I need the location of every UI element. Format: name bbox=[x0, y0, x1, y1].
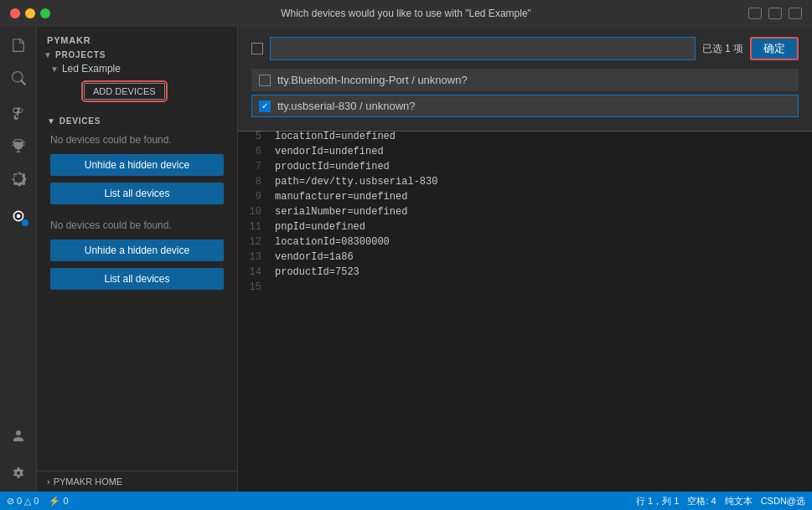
pymakr-home[interactable]: › PYMAKR HOME bbox=[37, 471, 237, 492]
svg-point-1 bbox=[16, 214, 20, 219]
chevron-right-icon: › bbox=[47, 477, 50, 487]
sidebar-toggle-icon[interactable] bbox=[748, 8, 762, 19]
extensions-icon[interactable] bbox=[7, 167, 30, 191]
line-num-14: 14 bbox=[245, 265, 261, 280]
select-all-checkbox[interactable] bbox=[251, 43, 263, 54]
code-content: pnpId=undefinedlocationId=undefinedvendo… bbox=[268, 111, 812, 492]
line-num-8: 8 bbox=[245, 174, 261, 189]
list-devices-button-2[interactable]: List all devices bbox=[50, 268, 224, 290]
line-num-6: 6 bbox=[245, 144, 261, 159]
pymakr-icon[interactable] bbox=[7, 204, 30, 228]
device-option-1[interactable]: ✓tty.usbserial-830 / unknown? bbox=[251, 95, 799, 117]
no-devices-text-1: No devices could be found. bbox=[37, 129, 237, 151]
panel-toggle-icon[interactable] bbox=[768, 8, 782, 19]
close-dot[interactable] bbox=[10, 8, 20, 18]
code-line-10: manufacturer=undefined bbox=[275, 189, 805, 204]
line-num-11: 11 bbox=[245, 219, 261, 234]
device-option-0[interactable]: tty.Bluetooth-Incoming-Port / unknown? bbox=[251, 69, 799, 91]
devices-label: DEVICES bbox=[59, 116, 101, 126]
search-icon[interactable] bbox=[7, 67, 30, 90]
code-line-11: serialNumber=undefined bbox=[275, 204, 805, 219]
device-label-1: tty.usbserial-830 / unknown? bbox=[277, 100, 416, 112]
projects-label: PROJECTS bbox=[55, 50, 230, 59]
maximize-dot[interactable] bbox=[40, 8, 50, 18]
add-devices-button[interactable]: ADD DEVICES bbox=[84, 83, 165, 100]
project-item[interactable]: ▼ Led Example bbox=[37, 61, 237, 76]
line-num-12: 12 bbox=[245, 234, 261, 250]
selected-count-label: 已选 1 项 bbox=[702, 42, 743, 56]
code-line-13: locationId=08300000 bbox=[275, 234, 805, 250]
list-devices-button-1[interactable]: List all devices bbox=[50, 183, 224, 204]
line-num-7: 7 bbox=[245, 159, 261, 174]
error-count: ⊘ 0 △ 0 bbox=[7, 496, 39, 507]
window-title: Which devices would you like to use with… bbox=[281, 8, 531, 19]
code-line-15: productId=7523 bbox=[275, 265, 805, 280]
minimize-dot[interactable] bbox=[25, 8, 35, 18]
device-checkbox-1[interactable]: ✓ bbox=[259, 100, 271, 112]
device-label-0: tty.Bluetooth-Incoming-Port / unknown? bbox=[277, 74, 468, 86]
settings-icon[interactable] bbox=[7, 461, 30, 485]
projects-header: ▼ PROJECTS bbox=[37, 49, 237, 61]
devices-header: ▼ DEVICES bbox=[37, 113, 237, 129]
devices-arrow: ▼ bbox=[47, 116, 56, 126]
indentation: 空格: 4 bbox=[687, 495, 716, 507]
code-line-12: pnpId=undefined bbox=[275, 219, 805, 234]
device-select-dialog: 已选 1 项 确定 tty.Bluetooth-Incoming-Port / … bbox=[238, 27, 812, 131]
layout-icon[interactable] bbox=[789, 8, 802, 19]
pymakr-label: PYMAKR bbox=[37, 27, 237, 49]
code-line-6: vendorId=undefined bbox=[275, 144, 805, 159]
code-line-14: vendorId=1a86 bbox=[275, 250, 805, 265]
activity-bar bbox=[0, 27, 37, 492]
line-num-10: 10 bbox=[245, 204, 261, 219]
warning-count: ⚡ 0 bbox=[49, 496, 68, 507]
encoding: 纯文本 bbox=[725, 495, 753, 507]
project-arrow: ▼ bbox=[50, 64, 59, 74]
confirm-button[interactable]: 确定 bbox=[750, 37, 799, 60]
pymakr-home-label: PYMAKR HOME bbox=[54, 477, 123, 487]
csdn-label: CSDN@选 bbox=[761, 495, 805, 507]
sidebar: PYMAKR ▼ PROJECTS ▼ Led Example ADD DEVI… bbox=[37, 27, 238, 492]
device-search-input[interactable] bbox=[270, 37, 696, 60]
main-content: 已选 1 项 确定 tty.Bluetooth-Incoming-Port / … bbox=[238, 27, 812, 492]
line-num-13: 13 bbox=[245, 250, 261, 265]
device-list: tty.Bluetooth-Incoming-Port / unknown?✓t… bbox=[251, 69, 799, 117]
project-name: Led Example bbox=[62, 63, 230, 75]
unhide-device-button-2[interactable]: Unhide a hidden device bbox=[50, 240, 224, 261]
code-line-9: path=/dev/tty.usbserial-830 bbox=[275, 174, 805, 189]
status-bar: ⊘ 0 △ 0 ⚡ 0 行 1，列 1 空格: 4 纯文本 CSDN@选 bbox=[0, 492, 812, 510]
files-icon[interactable] bbox=[7, 33, 30, 57]
projects-arrow: ▼ bbox=[44, 50, 52, 59]
account-icon[interactable] bbox=[7, 425, 30, 448]
line-num-9: 9 bbox=[245, 189, 261, 204]
debug-icon[interactable] bbox=[7, 134, 30, 157]
line-num-15: 15 bbox=[245, 280, 261, 295]
cursor-position: 行 1，列 1 bbox=[636, 495, 679, 507]
code-line-7: productId=undefined bbox=[275, 159, 805, 174]
no-devices-text-2: No devices could be found. bbox=[37, 214, 237, 236]
device-checkbox-0[interactable] bbox=[259, 75, 271, 86]
title-bar: Which devices would you like to use with… bbox=[0, 0, 812, 27]
line-numbers: 456789101112131415 bbox=[238, 111, 268, 492]
source-control-icon[interactable] bbox=[7, 100, 30, 124]
unhide-device-button-1[interactable]: Unhide a hidden device bbox=[50, 154, 224, 176]
